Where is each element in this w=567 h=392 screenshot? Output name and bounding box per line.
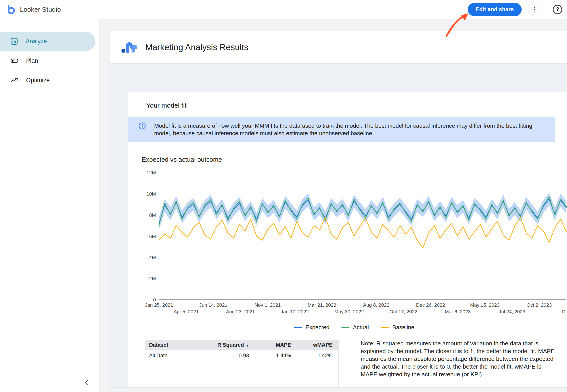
chart-legend: ExpectedActualBaseline [141,324,567,331]
sidebar-item-label: Analyze [26,38,47,45]
svg-text:Dec: Dec [562,309,567,314]
metrics-note: Note: R-squared measures the amount of v… [361,340,557,378]
cell-wmape: 1.42% [297,352,338,359]
info-icon [138,122,146,132]
legend-item-baseline[interactable]: Baseline [381,324,414,331]
sidebar: Analyze Plan Optimize [0,19,100,392]
card-title: Your model fit [128,102,567,109]
chevron-left-icon [83,379,90,387]
legend-label: Baseline [392,324,414,331]
sidebar-item-optimize[interactable]: Optimize [0,70,95,90]
table-empty-area [145,361,338,387]
svg-text:2M: 2M [149,276,156,281]
legend-label: Expected [305,324,329,331]
legend-item-expected[interactable]: Expected [294,324,329,331]
sidebar-item-plan[interactable]: Plan [0,51,95,70]
svg-text:Jan 10, 2022: Jan 10, 2022 [281,309,309,314]
legend-label: Actual [353,324,369,331]
svg-text:6M: 6M [149,234,156,239]
svg-text:12M: 12M [146,170,156,175]
legend-swatch [341,327,349,328]
svg-text:Jan 25, 2021: Jan 25, 2021 [145,302,173,308]
topbar: Looker Studio Edit and share ⋮ ? [0,0,567,19]
table-header-row: Dataset R Squared▼ MAPE wMAPE [145,340,338,350]
cell-dataset: All Data [145,352,207,359]
svg-text:Jun 14, 2021: Jun 14, 2021 [199,302,227,308]
svg-text:Dec 26, 2022: Dec 26, 2022 [416,302,445,308]
chart-container: 02M4M6M8M10M12MJan 25, 2021Apr 5, 2021Ju… [141,168,567,331]
svg-text:Aug 8, 2022: Aug 8, 2022 [363,302,389,308]
svg-text:Mar 21, 2022: Mar 21, 2022 [308,302,336,308]
col-header-wmape[interactable]: wMAPE [297,342,338,348]
model-fit-card: Your model fit Model fit is a measure of… [128,92,567,387]
svg-text:Oct 17, 2022: Oct 17, 2022 [389,309,417,314]
results-row: Dataset R Squared▼ MAPE wMAPE All Data 0… [145,340,567,387]
sidebar-collapse-button[interactable] [82,378,92,389]
svg-text:Aug 23, 2021: Aug 23, 2021 [226,309,255,314]
col-header-r-squared[interactable]: R Squared▼ [207,342,255,348]
svg-text:Mar 6, 2023: Mar 6, 2023 [445,309,471,314]
toggle-icon [10,57,19,65]
sidebar-item-label: Optimize [26,77,50,84]
looker-studio-logo [6,4,16,14]
app-title: Looker Studio [20,6,61,13]
table-row: All Data 0.93 1.44% 1.42% [145,350,338,361]
page-title: Marketing Analysis Results [145,42,248,52]
svg-text:Jul 24, 2023: Jul 24, 2023 [499,309,525,314]
sidebar-item-analyze[interactable]: Analyze [0,32,95,51]
svg-text:4M: 4M [149,254,156,260]
chart-title: Expected vs actual outcome [142,156,567,163]
sidebar-nav: Analyze Plan Optimize [0,19,99,90]
kebab-vertical-icon: ⋮ [531,6,538,13]
svg-text:Apr 5, 2021: Apr 5, 2021 [174,309,199,314]
col-header-dataset[interactable]: Dataset [145,342,207,348]
more-options-button[interactable]: ⋮ [528,3,541,16]
main-area: Marketing Analysis Results Your model fi… [100,19,567,392]
help-button[interactable]: ? [553,5,562,14]
cell-r-squared: 0.93 [207,352,255,359]
legend-swatch [294,327,302,328]
svg-text:May 15, 2023: May 15, 2023 [470,302,500,308]
col-header-mape[interactable]: MAPE [255,342,297,348]
marketing-logo [121,40,137,54]
cell-mape: 1.44% [255,352,297,359]
info-banner: Model fit is a measure of how well your … [128,117,555,142]
svg-text:Nov 1, 2021: Nov 1, 2021 [255,302,281,308]
model-fit-table: Dataset R Squared▼ MAPE wMAPE All Data 0… [145,340,339,387]
col-header-label: R Squared [217,342,244,348]
sidebar-item-label: Plan [26,57,38,64]
trending-up-icon [10,76,19,84]
report-canvas: Marketing Analysis Results Your model fi… [110,31,567,387]
edit-and-share-button[interactable]: Edit and share [468,3,522,16]
legend-item-actual[interactable]: Actual [341,324,369,331]
legend-swatch [381,327,389,328]
svg-text:8M: 8M [149,212,156,218]
help-question-icon: ? [553,5,562,14]
svg-text:May 30, 2022: May 30, 2022 [334,309,364,314]
model-fit-chart: 02M4M6M8M10M12MJan 25, 2021Apr 5, 2021Ju… [141,168,567,322]
svg-text:10M: 10M [146,191,156,197]
info-banner-text: Model fit is a measure of how well your … [154,122,542,137]
report-body: Your model fit Model fit is a measure of… [110,64,567,387]
svg-text:0: 0 [153,297,156,303]
report-header: Marketing Analysis Results [110,31,567,64]
analytics-icon [10,37,18,45]
topbar-divider [547,0,547,19]
sort-descending-icon: ▼ [246,344,249,347]
svg-text:Oct 2, 2023: Oct 2, 2023 [526,302,552,308]
